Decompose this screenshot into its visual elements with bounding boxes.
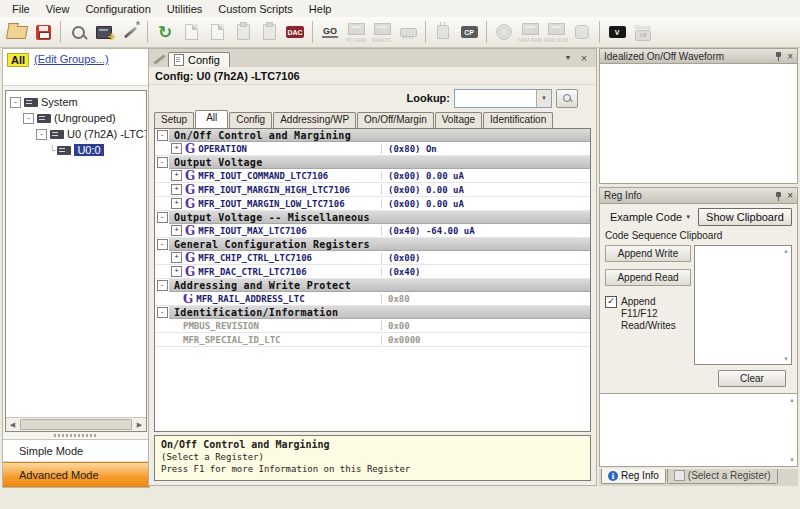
menu-file[interactable]: File — [4, 2, 38, 16]
simple-mode-button[interactable]: Simple Mode — [3, 440, 149, 462]
advanced-mode-button[interactable]: Advanced Mode — [3, 462, 149, 487]
code-sequence-listbox[interactable]: ▲ ▼ — [694, 245, 792, 365]
plug-button[interactable] — [430, 19, 456, 45]
cp-fault-button[interactable]: CP — [456, 19, 482, 45]
scroll-left-icon[interactable]: ◀ — [6, 421, 19, 429]
open-file-button[interactable] — [4, 19, 30, 45]
dock-tab-select-a-register[interactable]: (Select a Register) — [667, 469, 778, 484]
config-document-tab[interactable]: Config — [168, 52, 230, 67]
register-row-mfr-rail-address-ltc[interactable]: GMFR_RAIL_ADDRESS_LTC0x80 — [155, 292, 590, 306]
go-online-button[interactable]: ↻ — [152, 19, 178, 45]
ram-to-pc-button[interactable]: RAM PC — [369, 19, 395, 45]
lookup-search-button[interactable] — [556, 89, 578, 108]
copy-button[interactable] — [204, 19, 230, 45]
register-row-mfr-iout-max-ltc7106[interactable]: +GMFR_IOUT_MAX_LTC7106(0x40) -64.00 uA — [155, 224, 590, 238]
edit-groups-link[interactable]: (Edit Groups...) — [34, 53, 109, 65]
expand-toggle-icon[interactable]: - — [36, 129, 47, 140]
expand-register-icon[interactable]: + — [171, 198, 182, 209]
tab-close-button[interactable]: × — [578, 52, 590, 64]
pc-to-ram-button[interactable]: PC RAM — [343, 19, 369, 45]
expand-toggle-icon[interactable]: - — [10, 97, 21, 108]
tree-horizontal-scrollbar[interactable]: ◀ ▶ — [6, 417, 146, 431]
menu-help[interactable]: Help — [301, 2, 340, 16]
menu-utilities[interactable]: Utilities — [159, 2, 210, 16]
expand-register-icon[interactable]: + — [171, 225, 182, 236]
clear-button[interactable]: Clear — [718, 370, 786, 387]
register-row-mfr-dac-ctrl-ltc7106[interactable]: +GMFR_DAC_CTRL_LTC7106(0x40) — [155, 265, 590, 279]
menu-view[interactable]: View — [38, 2, 78, 16]
dac-button[interactable]: DAC — [282, 19, 308, 45]
tab-identification[interactable]: Identification — [483, 112, 553, 128]
collapse-toggle-icon[interactable]: - — [157, 239, 168, 250]
tab-list-dropdown-button[interactable]: ▼ — [562, 52, 574, 61]
paste-button[interactable] — [230, 19, 256, 45]
collapse-toggle-icon[interactable]: - — [157, 280, 168, 291]
tree-node-ungrouped[interactable]: -(Ungrouped) — [7, 110, 146, 126]
nvm-store-button[interactable] — [569, 19, 595, 45]
example-code-view[interactable]: ▲ ▼ — [600, 393, 797, 466]
ram-to-nvm-button[interactable] — [395, 19, 421, 45]
register-row-mfr-iout-margin-high-ltc7106[interactable]: +GMFR_IOUT_MARGIN_HIGH_LTC7106(0x00) 0.0… — [155, 183, 590, 197]
go-online-pc-ram-button[interactable]: GO — [317, 19, 343, 45]
example-code-dropdown[interactable]: Example Code ▼ — [605, 208, 696, 226]
setup-wizard-button[interactable]: * — [117, 19, 143, 45]
register-row-mfr-chip-ctrl-ltc7106[interactable]: +GMFR_CHIP_CTRL_LTC7106(0x00) — [155, 251, 590, 265]
scroll-right-icon[interactable]: ▶ — [133, 421, 146, 429]
tab-addressing-wp[interactable]: Addressing/WP — [273, 112, 356, 128]
splitter-grip[interactable] — [3, 432, 149, 439]
reset-button[interactable] — [491, 19, 517, 45]
vdac-button[interactable]: V — [604, 19, 630, 45]
collapse-toggle-icon[interactable]: - — [157, 130, 168, 141]
menu-custom-scripts[interactable]: Custom Scripts — [210, 2, 301, 16]
collapse-toggle-icon[interactable]: - — [157, 157, 168, 168]
tab-voltage[interactable]: Voltage — [435, 112, 482, 128]
group-off-button[interactable]: GroupOff — [630, 19, 656, 45]
menu-configuration[interactable]: Configuration — [77, 2, 158, 16]
collapse-toggle-icon[interactable]: - — [157, 212, 168, 223]
show-clipboard-button[interactable]: Show Clipboard — [698, 208, 792, 226]
expand-register-icon[interactable]: + — [171, 170, 182, 181]
collapse-toggle-icon[interactable]: - — [157, 307, 168, 318]
expand-register-icon[interactable]: + — [171, 143, 182, 154]
pc-to-ram-icon — [348, 23, 365, 35]
register-row-mfr-iout-command-ltc7106[interactable]: +GMFR_IOUT_COMMAND_LTC7106(0x00) 0.00 uA — [155, 169, 590, 183]
scroll-down-icon[interactable]: ▼ — [789, 457, 795, 463]
append-read-button[interactable]: Append Read — [605, 269, 691, 286]
scroll-up-icon[interactable]: ▲ — [789, 397, 795, 403]
register-row-mfr-special-id-ltc[interactable]: MFR_SPECIAL_ID_LTC0x0000 — [155, 333, 590, 347]
paste-special-button[interactable] — [256, 19, 282, 45]
dock-tab-reg-info[interactable]: iReg Info — [601, 469, 666, 484]
scroll-down-icon[interactable]: ▼ — [783, 356, 789, 362]
tree-node-system[interactable]: -System — [7, 94, 146, 110]
register-row-mfr-iout-margin-low-ltc7106[interactable]: +GMFR_IOUT_MARGIN_LOW_LTC7106(0x00) 0.00… — [155, 197, 590, 211]
expand-toggle-icon[interactable]: - — [23, 113, 34, 124]
close-icon[interactable]: × — [787, 51, 793, 62]
chevron-down-icon[interactable]: ▼ — [536, 90, 551, 107]
pin-icon[interactable] — [774, 191, 783, 201]
find-register-button[interactable] — [65, 19, 91, 45]
expand-register-icon[interactable]: + — [171, 266, 182, 277]
scroll-up-icon[interactable]: ▲ — [783, 248, 789, 254]
pin-icon[interactable] — [774, 51, 783, 61]
expand-register-icon[interactable]: + — [171, 184, 182, 195]
lookup-combobox[interactable]: ▼ — [454, 89, 552, 108]
tab-on-off-margin[interactable]: On/Off/Margin — [357, 112, 434, 128]
nvm-to-ram-button[interactable]: NVM RAM — [517, 19, 543, 45]
register-row-pmbus-revision[interactable]: PMBUS_REVISION0x00 — [155, 319, 590, 333]
tab-config[interactable]: Config — [229, 112, 272, 128]
telemetry-button[interactable] — [178, 19, 204, 45]
append-f11-f12-checkbox[interactable]: ✓ — [605, 296, 617, 308]
close-icon[interactable]: × — [787, 190, 793, 201]
tree-node-u0-7h2a-ltc7106[interactable]: -U0 (7h2A) -LTC7106 — [7, 126, 146, 142]
ram-to-nvm2-button[interactable]: RAM NVM — [543, 19, 569, 45]
group-all-badge[interactable]: All — [7, 53, 29, 67]
append-write-button[interactable]: Append Write — [605, 245, 691, 262]
save-file-button[interactable] — [30, 19, 56, 45]
tab-setup[interactable]: Setup — [154, 112, 194, 128]
register-row-operation[interactable]: +GOPERATION(0x80) On — [155, 142, 590, 156]
expand-register-icon[interactable]: + — [171, 252, 182, 263]
add-device-button[interactable]: + — [91, 19, 117, 45]
tab-all[interactable]: All — [195, 110, 228, 128]
tree-node-u0-0[interactable]: └U0:0 — [7, 142, 146, 158]
scrollbar-thumb[interactable] — [20, 419, 132, 430]
